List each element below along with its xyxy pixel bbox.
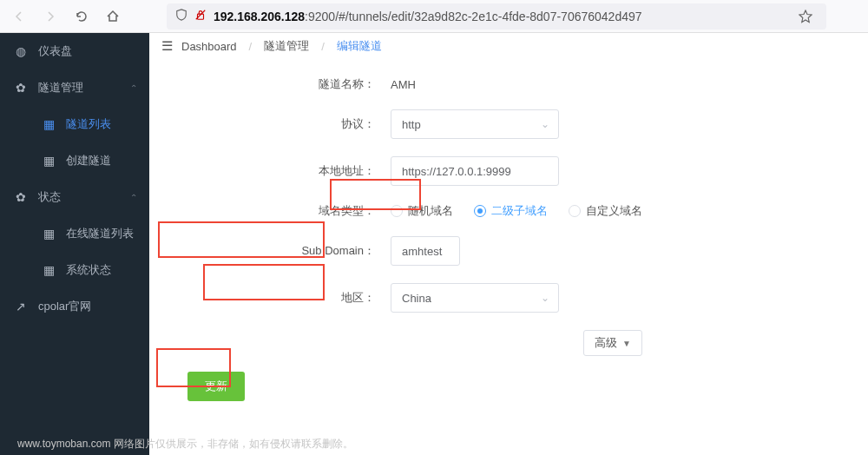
reload-button[interactable]: [69, 4, 94, 29]
url-text: 192.168.206.128:9200/#/tunnels/edit/32a9…: [214, 10, 786, 23]
sidebar-item-label: 隧道列表: [66, 116, 111, 132]
radio-icon: [391, 205, 403, 217]
subdomain-label: Sub Domain：: [167, 243, 391, 259]
proto-value: http: [402, 118, 421, 131]
proto-label: 协议：: [167, 116, 391, 132]
addr-label: 本地地址：: [167, 163, 391, 179]
radio-label: 自定义域名: [586, 203, 642, 219]
sidebar-item-status[interactable]: ✿ 状态 ⌃: [0, 179, 149, 215]
gear-icon: ✿: [14, 190, 28, 204]
dashboard-icon: ◍: [14, 44, 28, 58]
list-icon: ▦: [42, 263, 56, 277]
sidebar-item-label: 状态: [38, 189, 61, 205]
advanced-button[interactable]: 高级 ▼: [583, 330, 642, 356]
menu-toggle-icon[interactable]: ☰: [161, 38, 173, 54]
subdomain-value: amhtest: [402, 245, 442, 258]
region-value: China: [402, 292, 431, 305]
breadcrumb-mid[interactable]: 隧道管理: [264, 38, 309, 54]
sidebar-item-system-status[interactable]: ▦ 系统状态: [0, 252, 149, 288]
sidebar-item-tunnel-list[interactable]: ▦ 隧道列表: [0, 106, 149, 142]
region-label: 地区：: [167, 290, 391, 306]
sidebar-item-cpolar-site[interactable]: ↗ cpolar官网: [0, 288, 149, 325]
back-button[interactable]: [7, 4, 31, 29]
sidebar-item-label: cpolar官网: [38, 299, 91, 314]
breadcrumb-leaf: 编辑隧道: [337, 38, 382, 54]
list-icon: ▦: [42, 154, 56, 168]
sidebar-item-label: 隧道管理: [38, 80, 83, 96]
sidebar-item-label: 创建隧道: [66, 153, 111, 168]
name-value: AMH: [391, 78, 416, 91]
url-bar[interactable]: 192.168.206.128:9200/#/tunnels/edit/32a9…: [167, 3, 826, 30]
breadcrumb-sep: /: [321, 40, 325, 53]
chevron-down-icon: ⌄: [541, 118, 549, 130]
breadcrumb-root[interactable]: Dashboard: [181, 40, 237, 53]
list-icon: ▦: [42, 227, 56, 241]
advanced-label: 高级: [595, 335, 617, 351]
watermark-text: www.toymoban.com 网络图片仅供展示，非存储，如有侵权请联系删除。: [17, 437, 353, 452]
radio-label: 二级子域名: [491, 203, 548, 219]
shield-icon: [175, 9, 187, 23]
sidebar-item-label: 系统状态: [66, 262, 111, 278]
sidebar-item-create-tunnel[interactable]: ▦ 创建隧道: [0, 142, 149, 179]
addr-input[interactable]: https://127.0.0.1:9999: [391, 156, 559, 186]
insecure-icon: [194, 9, 207, 23]
list-icon: ▦: [42, 117, 56, 131]
chevron-down-icon: ⌄: [541, 292, 549, 304]
name-label: 隧道名称：: [167, 76, 391, 92]
gear-icon: ✿: [14, 81, 28, 95]
sidebar-item-dashboard[interactable]: ◍ 仪表盘: [0, 33, 149, 69]
caret-down-icon: ▼: [622, 339, 631, 348]
sidebar-item-online-tunnels[interactable]: ▦ 在线隧道列表: [0, 215, 149, 252]
external-link-icon: ↗: [14, 300, 28, 313]
sidebar-item-label: 仪表盘: [38, 43, 72, 59]
chevron-up-icon: ⌃: [130, 193, 137, 202]
sidebar-item-label: 在线隧道列表: [66, 226, 134, 241]
radio-icon: [569, 205, 581, 217]
browser-toolbar: 192.168.206.128:9200/#/tunnels/edit/32a9…: [0, 0, 868, 33]
domain-type-radios: 随机域名 二级子域名 自定义域名: [391, 203, 642, 219]
proto-select[interactable]: http ⌄: [391, 109, 559, 139]
chevron-up-icon: ⌃: [130, 83, 137, 93]
domain-type-label: 域名类型：: [167, 203, 391, 219]
breadcrumb: ☰ Dashboard / 隧道管理 / 编辑隧道: [149, 33, 868, 59]
breadcrumb-sep: /: [249, 40, 253, 53]
radio-label: 随机域名: [408, 203, 453, 219]
radio-subdomain[interactable]: 二级子域名: [474, 203, 548, 219]
home-button[interactable]: [101, 4, 125, 29]
submit-button[interactable]: 更新: [187, 372, 245, 401]
forward-button[interactable]: [38, 4, 62, 29]
radio-custom[interactable]: 自定义域名: [569, 203, 642, 219]
radio-icon: [474, 205, 486, 217]
sidebar-item-tunnel-mgmt[interactable]: ✿ 隧道管理 ⌃: [0, 69, 149, 106]
subdomain-input[interactable]: amhtest: [391, 236, 460, 266]
radio-random[interactable]: 随机域名: [391, 203, 453, 219]
bookmark-star-icon[interactable]: [793, 4, 818, 29]
sidebar: ◍ 仪表盘 ✿ 隧道管理 ⌃ ▦ 隧道列表 ▦ 创建隧道 ✿ 状态 ⌃ ▦ 在线…: [0, 33, 149, 455]
tunnel-form: 隧道名称： AMH 协议： http ⌄ 本地地址： https://127.0…: [149, 59, 868, 410]
region-select[interactable]: China ⌄: [391, 283, 559, 313]
main-content: ☰ Dashboard / 隧道管理 / 编辑隧道 隧道名称： AMH 协议： …: [149, 33, 868, 455]
addr-value: https://127.0.0.1:9999: [402, 165, 511, 178]
